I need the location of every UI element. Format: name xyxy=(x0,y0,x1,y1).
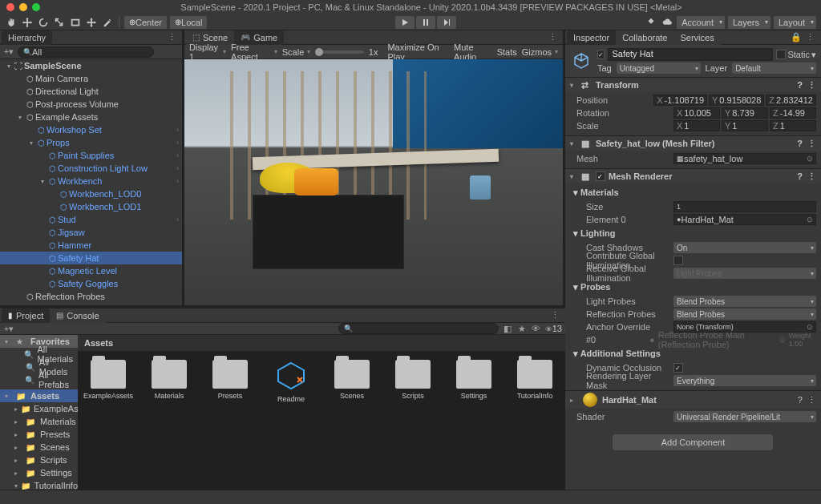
help-icon[interactable]: ? xyxy=(797,80,803,91)
static-checkbox[interactable] xyxy=(776,50,786,59)
folder-row[interactable]: ▸📁Scripts xyxy=(0,454,78,466)
scale-x-input[interactable]: X1 xyxy=(673,120,720,131)
hierarchy-row[interactable]: ⬡Reflection Probes xyxy=(0,290,182,303)
asset-item[interactable]: TutorialInfo xyxy=(512,360,557,400)
transform-tool-icon[interactable] xyxy=(85,16,98,29)
stats-toggle[interactable]: Stats xyxy=(497,47,517,57)
layout-dropdown[interactable]: Layout xyxy=(774,16,816,29)
folder-row[interactable]: ▸📁Settings xyxy=(0,466,78,479)
materials-size-input[interactable]: 1 xyxy=(673,201,816,212)
gameobject-active-checkbox[interactable] xyxy=(597,50,605,59)
contribute-gi-checkbox[interactable] xyxy=(673,256,683,265)
minimize-window-icon[interactable] xyxy=(19,3,27,11)
hierarchy-row[interactable]: ⬡Workshop Set› xyxy=(0,123,182,136)
services-tab[interactable]: Services xyxy=(674,30,721,45)
pause-button[interactable] xyxy=(416,16,435,29)
display-dropdown[interactable]: Display 1 xyxy=(189,42,226,62)
hierarchy-row[interactable]: ⬡Main Camera xyxy=(0,72,182,85)
hierarchy-search[interactable]: 🔍 All xyxy=(18,46,154,58)
rotation-y-input[interactable]: Y8.739 xyxy=(722,107,768,119)
layers-dropdown[interactable]: Layers xyxy=(728,16,770,29)
hierarchy-row[interactable]: ▾⬡Workbench› xyxy=(0,175,182,187)
close-window-icon[interactable] xyxy=(6,3,14,11)
asset-item[interactable]: Scripts xyxy=(390,360,435,400)
component-menu-icon[interactable]: ⋮ xyxy=(807,395,816,405)
move-tool-icon[interactable] xyxy=(21,16,34,29)
help-icon[interactable]: ? xyxy=(797,139,803,149)
scale-tool-icon[interactable] xyxy=(53,16,66,29)
scale-z-input[interactable]: Z1 xyxy=(770,120,816,131)
pivot-rotation-button[interactable]: ⊕ Local xyxy=(170,16,207,29)
rotate-tool-icon[interactable] xyxy=(37,16,50,29)
maximize-window-icon[interactable] xyxy=(32,3,40,11)
asset-item[interactable]: Scenes xyxy=(330,360,374,400)
hidden-icon[interactable]: 👁 xyxy=(531,323,542,334)
hierarchy-row[interactable]: ▾⬡Props› xyxy=(0,136,182,149)
account-dropdown[interactable]: Account xyxy=(677,16,725,29)
hierarchy-tab[interactable]: Hierarchy xyxy=(2,30,52,45)
hierarchy-row[interactable]: ⬡Safety Goggles xyxy=(0,277,182,290)
shader-dropdown[interactable]: Universal Render Pipeline/Lit xyxy=(673,411,816,422)
help-icon[interactable]: ? xyxy=(797,171,803,182)
position-x-input[interactable]: X-1.108719 xyxy=(653,95,707,106)
hierarchy-row[interactable]: ⬡Construction Light Low› xyxy=(0,162,182,175)
filter-icon[interactable]: ◧ xyxy=(502,323,513,334)
asset-item[interactable]: Readme xyxy=(269,360,313,403)
folder-row[interactable]: ▸📁Materials xyxy=(0,415,78,428)
project-grid[interactable]: Assets ExampleAssetsMaterialsPresetsRead… xyxy=(78,335,565,504)
asset-item[interactable]: Settings xyxy=(451,360,496,400)
component-menu-icon[interactable]: ⋮ xyxy=(807,80,816,91)
hierarchy-row[interactable]: ⬡Workbench_LOD1 xyxy=(0,200,182,213)
hierarchy-row[interactable]: ⬡Paint Supplies› xyxy=(0,149,182,162)
lock-icon[interactable]: 🔒 xyxy=(791,32,802,43)
material-element0-field[interactable]: ● HardHat_Mat xyxy=(673,214,816,225)
folder-row[interactable]: ▸📁Presets xyxy=(0,428,78,441)
folder-row[interactable]: ▸📁Scenes xyxy=(0,441,78,454)
project-tab[interactable]: ▮ Project xyxy=(2,308,50,323)
game-viewport[interactable] xyxy=(184,59,563,306)
inspector-tab[interactable]: Inspector xyxy=(567,30,616,45)
mute-audio-toggle[interactable]: Mute Audio xyxy=(454,42,492,62)
favorite-icon[interactable]: ★ xyxy=(516,323,528,334)
custom-tool-icon[interactable] xyxy=(101,16,114,29)
collaborate-tab[interactable]: Collaborate xyxy=(616,30,673,45)
scale-y-input[interactable]: Y1 xyxy=(722,120,768,131)
hierarchy-row[interactable]: ⬡Jigsaw xyxy=(0,226,182,239)
pivot-mode-button[interactable]: ⊕ Center xyxy=(124,16,167,29)
light-probes-dropdown[interactable]: Blend Probes xyxy=(673,296,816,307)
hierarchy-row[interactable]: ⬡Hammer xyxy=(0,239,182,252)
rect-tool-icon[interactable] xyxy=(69,16,82,29)
cast-shadows-dropdown[interactable]: On xyxy=(673,242,816,253)
asset-item[interactable]: Presets xyxy=(208,360,253,400)
aspect-dropdown[interactable]: Free Aspect xyxy=(231,42,277,62)
reflection-probes-dropdown[interactable]: Blend Probes xyxy=(673,308,816,320)
create-dropdown-icon[interactable]: +▾ xyxy=(3,323,14,334)
project-tree[interactable]: ▾★Favorites 🔍All Materials🔍All Models🔍Al… xyxy=(0,335,78,504)
step-button[interactable] xyxy=(437,16,456,29)
create-dropdown-icon[interactable]: +▾ xyxy=(3,46,14,58)
cloud-icon[interactable] xyxy=(661,16,673,29)
add-component-button[interactable]: Add Component xyxy=(613,434,773,450)
maximize-on-play-toggle[interactable]: Maximize On Play xyxy=(387,42,449,62)
favorite-row[interactable]: 🔍All Prefabs xyxy=(0,373,78,386)
panel-menu-icon[interactable]: ⋮ xyxy=(547,32,558,43)
position-y-input[interactable]: Y0.9158028 xyxy=(709,95,764,106)
hand-tool-icon[interactable] xyxy=(5,16,18,29)
folder-row[interactable]: ▸📁ExampleAssets xyxy=(0,402,78,415)
asset-item[interactable]: ExampleAssets xyxy=(86,360,131,400)
scene-root-row[interactable]: ▾⛶ SampleScene xyxy=(0,59,182,72)
assets-root-row[interactable]: ▾📁Assets xyxy=(0,389,78,402)
panel-menu-icon[interactable]: ⋮ xyxy=(166,32,177,43)
hierarchy-row[interactable]: ▾⬡Example Assets xyxy=(0,111,182,123)
hierarchy-row[interactable]: ⬡Safety Hat xyxy=(0,252,182,264)
panel-menu-icon[interactable]: ⋮ xyxy=(549,310,560,321)
hierarchy-row[interactable]: ⬡Workbench_LOD0 xyxy=(0,187,182,200)
material-header[interactable]: ▸ HardHat_Mat ?⋮ xyxy=(565,391,821,409)
rotation-z-input[interactable]: Z-14.99 xyxy=(770,107,816,119)
tag-dropdown[interactable]: Untagged xyxy=(617,62,701,74)
inspector-body[interactable]: Safety Hat Static▾ Tag Untagged Layer De… xyxy=(565,45,821,490)
render-layer-mask-dropdown[interactable]: Everything xyxy=(673,375,816,386)
gizmos-dropdown[interactable]: Gizmos xyxy=(522,47,558,57)
mesh-field[interactable]: ▦ safety_hat_low xyxy=(673,153,816,164)
anchor-override-field[interactable]: None (Transform) xyxy=(673,321,816,333)
